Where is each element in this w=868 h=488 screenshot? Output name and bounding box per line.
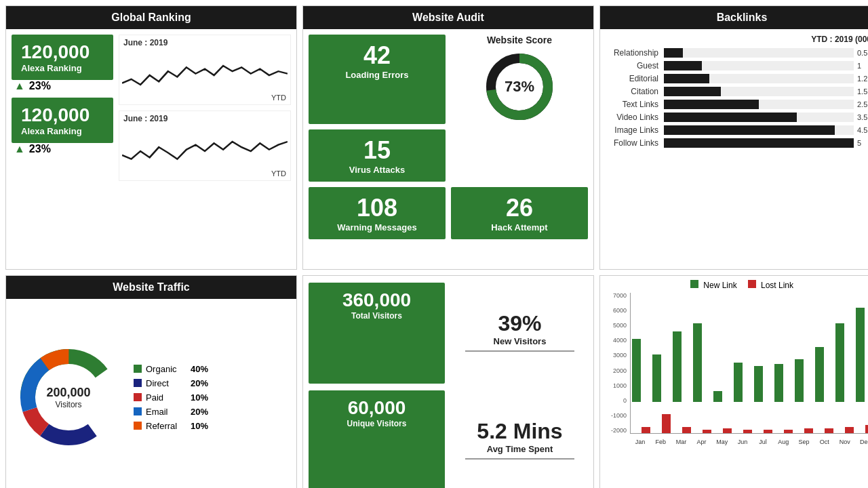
x-label: Sep — [793, 435, 814, 449]
bar-pair — [815, 293, 833, 433]
website-audit-panel: Website Audit 42 Loading Errors Website … — [302, 5, 594, 270]
website-traffic-panel: Website Traffic — [5, 275, 297, 488]
website-traffic-title: Website Traffic — [6, 276, 296, 299]
y-label: 0 — [606, 398, 629, 404]
arrow-up-icon-1: ▲ — [14, 80, 25, 92]
sparkline-date-1: June : 2019 — [123, 38, 167, 47]
backlink-bar-row: Video Links 3.5 — [610, 113, 868, 122]
traffic-donut: 200,000 Visitors — [14, 343, 123, 451]
sparkline-2: June : 2019 YTD — [119, 110, 291, 181]
y-label: 1000 — [606, 383, 629, 389]
backlink-bar-row: Relationship 0.5 — [610, 48, 868, 58]
green-bar — [713, 391, 722, 402]
chart-bars — [630, 293, 868, 434]
x-label: Apr — [692, 435, 712, 449]
y-label: 5000 — [606, 323, 629, 329]
bar-track — [664, 74, 854, 83]
backlink-bar-row: Citation 1.5 — [610, 87, 868, 96]
month-group — [774, 293, 794, 433]
bar-fill — [664, 125, 835, 135]
backlinks-ytd: YTD : 2019 (000) — [610, 35, 868, 44]
x-labels: JanFebMarAprMayJunJulAugSepOctNovDec — [630, 435, 868, 449]
total-visitors-label: Total Visitors — [315, 311, 438, 321]
bar-value: 4.5 — [857, 126, 868, 134]
bar-fill — [664, 48, 683, 58]
legend-text: Referral — [146, 421, 186, 431]
bar-pair — [754, 293, 772, 433]
month-group — [671, 293, 692, 433]
unique-visitors-card: 60,000 Unique Visitors — [309, 390, 445, 488]
virus-attacks-label: Virus Attacks — [315, 165, 439, 175]
loading-errors-card: 42 Loading Errors — [309, 35, 446, 124]
red-bar — [642, 427, 650, 433]
bar-fill — [664, 138, 854, 148]
new-visitors-label: New Visitors — [494, 336, 547, 346]
y-label: 3000 — [606, 352, 629, 359]
lost-link-color — [748, 280, 756, 288]
bar-pair — [835, 293, 854, 433]
bar-pair — [734, 293, 752, 433]
bar-track — [664, 113, 854, 122]
legend-text: Direct — [146, 378, 186, 388]
new-visitors-stat: 39% New Visitors — [452, 283, 588, 384]
month-group — [651, 293, 671, 433]
legend-color — [134, 407, 142, 415]
sparkline-ytd-1: YTD — [271, 94, 286, 102]
backlink-bar-row: Editorial 1.2 — [610, 74, 868, 83]
ranking-pct-1: ▲ 23% — [12, 80, 113, 92]
website-score: Website Score 73% — [451, 35, 588, 124]
divider-2 — [465, 458, 574, 460]
green-bar — [693, 323, 702, 402]
bar-track — [664, 48, 854, 58]
traffic-legend-item: Paid 10% — [134, 392, 208, 403]
x-label: Jun — [732, 435, 753, 449]
legend-pct: 40% — [191, 364, 208, 374]
hack-attempt-card: 26 Hack Attempt — [451, 187, 588, 239]
avg-time-stat: 5.2 Mins Avg Time Spent — [452, 390, 588, 488]
virus-attacks-card: 15 Virus Attacks — [309, 129, 446, 182]
red-bar — [845, 427, 854, 433]
red-bar — [804, 428, 813, 433]
total-visitors-number: 360,000 — [315, 289, 438, 311]
y-label: -1000 — [606, 413, 629, 419]
month-group — [631, 293, 651, 433]
unique-visitors-label: Unique Visitors — [315, 419, 438, 428]
sparkline-ytd-2: YTD — [271, 169, 286, 178]
month-group — [835, 293, 855, 433]
bar-track — [664, 138, 854, 148]
virus-attacks-number: 15 — [315, 136, 439, 165]
red-bar — [743, 430, 752, 433]
bar-label: Relationship — [610, 48, 664, 58]
x-label: May — [712, 435, 732, 449]
bar-label: Text Links — [610, 100, 664, 109]
y-label: 7000 — [606, 293, 629, 299]
bar-value: 5 — [857, 139, 868, 147]
bar-value: 1.2 — [857, 75, 868, 83]
bar-fill — [664, 87, 721, 96]
green-bar — [652, 354, 661, 401]
y-label: 4000 — [606, 338, 629, 344]
loading-errors-number: 42 — [315, 41, 439, 70]
green-bar — [632, 339, 641, 401]
red-bar — [764, 430, 772, 433]
green-bar — [673, 331, 682, 402]
green-bar — [795, 359, 804, 401]
warning-messages-number: 108 — [315, 194, 439, 222]
bar-fill — [664, 74, 709, 83]
x-label: Oct — [814, 435, 835, 449]
red-bar — [865, 425, 868, 433]
x-label: Nov — [835, 435, 855, 449]
hack-attempt-number: 26 — [458, 194, 581, 222]
legend-pct: 20% — [191, 378, 208, 388]
bar-value: 0.5 — [857, 49, 868, 57]
red-bar — [825, 428, 833, 433]
backlink-bar-row: Text Links 2.5 — [610, 100, 868, 109]
bar-track — [664, 87, 854, 96]
bar-pair — [632, 293, 650, 433]
warning-messages-card: 108 Warning Messages — [309, 187, 446, 239]
bar-label: Editorial — [610, 74, 664, 83]
backlink-bar-row: Guest 1 — [610, 61, 868, 70]
green-bar — [815, 347, 824, 402]
y-label: -2000 — [606, 428, 629, 434]
traffic-center: 200,000 Visitors — [46, 386, 90, 409]
